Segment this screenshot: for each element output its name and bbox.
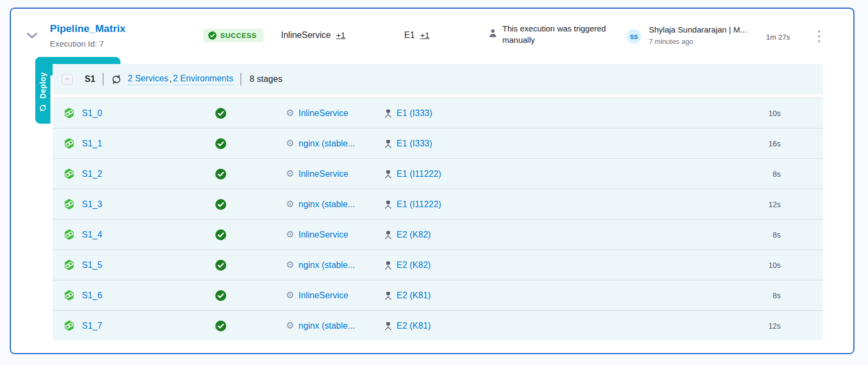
stage-cell: S1_2 xyxy=(53,168,205,180)
service-link[interactable]: nginx (stable... xyxy=(298,321,355,331)
environment-link[interactable]: E2 (K81) xyxy=(397,291,431,300)
status-label: SUCCESS xyxy=(220,31,257,40)
divider xyxy=(103,73,104,86)
matrix-panel: − S1 2 Services , 2 Environments 8 stage… xyxy=(53,64,823,342)
environment-link[interactable]: E2 (K81) xyxy=(397,321,431,331)
stage-row[interactable]: S1_5 ⚙ nginx (stable... E2 (K82 xyxy=(53,249,823,280)
stage-duration: 8s xyxy=(773,170,781,178)
service-gear-icon: ⚙ xyxy=(286,108,294,118)
stage-duration: 8s xyxy=(773,291,781,300)
environment-icon xyxy=(384,291,393,300)
primary-service-label: InlineService xyxy=(281,30,331,40)
stage-row[interactable]: S1_6 ⚙ InlineService E2 (K81) xyxy=(53,280,823,310)
stage-duration: 10s xyxy=(768,261,781,270)
stage-row[interactable]: S1_1 ⚙ nginx (stable... E1 (I33 xyxy=(53,128,823,158)
more-environments-link[interactable]: +1 xyxy=(420,30,430,40)
stage-duration: 8s xyxy=(773,230,781,239)
stage-name-link[interactable]: S1_7 xyxy=(82,321,102,331)
environment-icon xyxy=(384,260,393,270)
matrix-loop-icon xyxy=(111,74,122,85)
environment-cell: E2 (K81) xyxy=(384,291,773,300)
status-badge: SUCCESS xyxy=(203,29,264,42)
user-block: Shylaja Sundararajan | M... 7 minutes ag… xyxy=(649,25,747,46)
service-link[interactable]: InlineService xyxy=(298,291,348,300)
status-cell xyxy=(205,321,286,331)
stage-row[interactable]: S1_7 ⚙ nginx (stable... E2 (K81 xyxy=(53,310,823,341)
environment-link[interactable]: E1 (I11222) xyxy=(397,200,441,209)
stage-cell: S1_7 xyxy=(53,320,205,331)
trigger-info: This execution was triggered manually xyxy=(488,23,632,46)
stage-count: 8 stages xyxy=(250,74,282,84)
stage-name-link[interactable]: S1_4 xyxy=(82,230,102,240)
total-duration: 1m 27s xyxy=(766,33,790,41)
status-cell xyxy=(205,169,286,180)
service-gear-icon: ⚙ xyxy=(286,200,294,209)
stage-link-icon xyxy=(63,290,75,301)
success-check-icon xyxy=(205,108,226,119)
stage-row[interactable]: S1_0 ⚙ InlineService E1 (I333) xyxy=(53,98,823,128)
service-cell: ⚙ InlineService xyxy=(286,169,384,179)
success-check-icon xyxy=(205,199,226,210)
environments-link[interactable]: 2 Environments xyxy=(173,74,233,85)
service-link[interactable]: nginx (stable... xyxy=(298,139,355,149)
primary-environment-label: E1 xyxy=(404,30,415,40)
environment-icon xyxy=(384,108,393,118)
service-link[interactable]: InlineService xyxy=(298,169,348,179)
status-cell xyxy=(205,138,286,149)
service-link[interactable]: InlineService xyxy=(298,230,348,240)
stage-row[interactable]: S1_4 ⚙ InlineService E2 (K82) xyxy=(53,219,823,249)
stage-name-link[interactable]: S1_0 xyxy=(82,108,102,118)
environment-link[interactable]: E1 (I333) xyxy=(397,139,432,149)
stage-name-link[interactable]: S1_2 xyxy=(82,169,102,179)
status-cell xyxy=(205,260,286,271)
service-cell: ⚙ nginx (stable... xyxy=(286,200,384,209)
stage-name-link[interactable]: S1_3 xyxy=(82,200,102,209)
service-link[interactable]: nginx (stable... xyxy=(298,260,355,270)
environment-icon xyxy=(384,230,393,240)
service-gear-icon: ⚙ xyxy=(286,291,294,300)
success-check-icon xyxy=(205,260,226,271)
service-cell: ⚙ nginx (stable... xyxy=(286,139,384,149)
stage-duration: 10s xyxy=(768,109,781,118)
stage-row[interactable]: S1_2 ⚙ InlineService E1 (I11222 xyxy=(53,158,823,189)
trigger-text: This execution was triggered manually xyxy=(502,23,632,46)
environment-cell: E1 (I333) xyxy=(384,108,768,118)
stage-name-link[interactable]: S1_1 xyxy=(82,139,102,149)
environment-link[interactable]: E2 (K82) xyxy=(397,260,431,270)
stage-link-icon xyxy=(63,229,75,240)
service-link[interactable]: InlineService xyxy=(298,108,348,118)
sync-icon xyxy=(39,104,47,112)
stage-cell: S1_6 xyxy=(53,290,205,301)
user-name: Shylaja Sundararajan | M... xyxy=(649,25,747,34)
environment-icon xyxy=(384,169,393,179)
stage-link-icon xyxy=(63,198,75,210)
environment-link[interactable]: E1 (I333) xyxy=(397,108,432,118)
stage-cell: S1_0 xyxy=(53,107,205,119)
environment-link[interactable]: E1 (I11222) xyxy=(397,169,441,179)
stage-name-link[interactable]: S1_5 xyxy=(82,260,102,270)
services-link[interactable]: 2 Services xyxy=(128,74,169,85)
service-link[interactable]: nginx (stable... xyxy=(298,200,355,209)
avatar[interactable]: SS xyxy=(627,29,641,44)
services-summary: InlineService +1 xyxy=(281,30,346,40)
stage-name-link[interactable]: S1_6 xyxy=(82,291,102,300)
user-icon xyxy=(488,28,497,46)
environment-cell: E1 (I11222) xyxy=(384,169,773,179)
collapse-matrix-button[interactable]: − xyxy=(62,74,73,85)
more-options-button[interactable] xyxy=(814,29,825,43)
stage-cell: S1_3 xyxy=(53,198,205,210)
environment-link[interactable]: E2 (K82) xyxy=(397,230,431,240)
success-check-icon xyxy=(205,229,226,240)
service-cell: ⚙ nginx (stable... xyxy=(286,321,384,331)
deploy-tab-label: Deploy xyxy=(39,72,47,99)
stage-duration: 12s xyxy=(768,322,781,330)
more-services-link[interactable]: +1 xyxy=(336,30,346,40)
stage-row[interactable]: S1_3 ⚙ nginx (stable... E1 (I11 xyxy=(53,189,823,219)
triggered-time: 7 minutes ago xyxy=(649,37,747,46)
deploy-stage-tab[interactable]: Deploy xyxy=(35,57,50,124)
service-cell: ⚙ InlineService xyxy=(286,108,384,118)
chevron-down-icon[interactable] xyxy=(25,31,39,40)
stage-cell: S1_5 xyxy=(53,259,205,271)
pipeline-title[interactable]: Pipeline_Matrix xyxy=(50,23,125,35)
stage-link-icon xyxy=(63,259,75,271)
